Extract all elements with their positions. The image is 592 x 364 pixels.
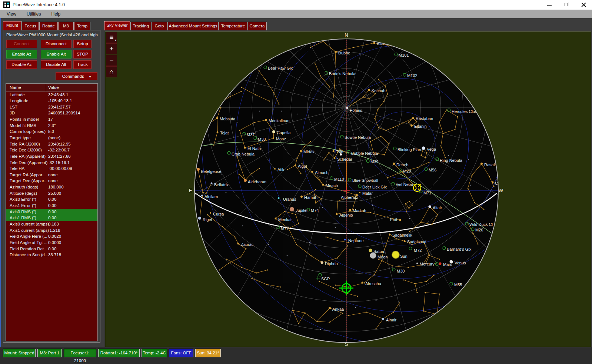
row-name: Field Angle at Tgt ... [10,240,47,245]
table-row[interactable]: Field Rotation Rat...0.00 [6,246,97,252]
minimize-button[interactable] [541,0,558,10]
dso-label: Veil Nebu [396,182,413,187]
table-row[interactable]: Axis1 current (amps)-1.218 [6,227,97,234]
constellation-star-dot [472,233,473,234]
disable-alt-button[interactable]: Disable Alt [41,60,71,69]
menu-help[interactable]: Help [47,10,64,18]
cardinal-w: W [499,188,503,193]
constellation-star-dot [234,236,235,237]
tab-goto[interactable]: Goto [152,22,167,30]
track-button[interactable]: Track [73,60,92,69]
layers-menu-button[interactable]: ≡▾ [106,32,117,43]
table-row[interactable]: Latitude32:46:48.1 [6,92,97,98]
enable-alt-button[interactable]: Enable Alt [41,50,71,59]
table-row[interactable]: LST23:41:27.57 [6,104,97,110]
tab-temp[interactable]: Temp [74,22,90,30]
row-value: 23:41:27.57 [48,105,71,109]
chevron-down-icon: ▾ [89,75,91,79]
table-row[interactable]: Tele Dec (Apparent)-32:15:19.1 [6,160,97,166]
table-row[interactable]: Target Dec (Appar...none [6,178,97,184]
star-label: Rigel [203,217,212,222]
constellation-star-dot [467,187,468,188]
table-row[interactable]: Axis1 Error (")0.00 [6,203,97,209]
table-row[interactable]: Axis1 RMS (")0.00 [6,215,97,221]
status-fans[interactable]: Fans: OFF [169,349,193,357]
sky-map[interactable]: M101M102Bear Paw GlxBode's NebulaBowtie … [105,31,591,347]
table-row[interactable]: Tele RA (Apparent)23:41:27.66 [6,153,97,160]
table-row[interactable]: Field Angle Here (...0.0020 [6,234,97,240]
restore-button[interactable] [558,0,575,10]
constellation-star-dot [412,204,413,206]
table-row[interactable]: JD2460351.390914 [6,110,97,117]
status-rotator1[interactable]: Rotator1: -164.710° [98,349,140,357]
commands-dropdown[interactable]: Commands▾ [56,72,97,80]
menu-view[interactable]: View [3,10,20,18]
disable-az-button[interactable]: Disable Az [6,60,37,69]
table-row[interactable]: Axis0 Error (")0.00 [6,197,97,203]
dso-label: Wild Duck Cl [469,222,493,227]
row-value: (none) [48,136,60,140]
row-value: 23:40:12.95 [48,142,71,146]
tab-camera[interactable]: Camera [247,22,267,30]
tab-rotate[interactable]: Rotate [39,22,58,30]
dso-label: Deer Lick Glx [362,185,387,189]
tab-advanced-mount-settings[interactable]: Advanced Mount Settings [167,22,219,30]
table-row[interactable]: Altitude (degs)25.000 [6,190,97,197]
statusbar: Mount: StoppedM3: Port 1Focuser1: 21000R… [0,347,592,364]
status-focuser1[interactable]: Focuser1: 21000 [64,349,96,357]
constellation-star-dot [433,275,434,276]
table-row[interactable]: Model fit RMS2.3" [6,123,97,129]
tab-focus[interactable]: Focus [22,22,39,30]
dso-label: Hercules Clus [452,109,477,114]
constellation-star-dot [403,279,404,280]
tab-m3[interactable]: M3 [58,22,74,30]
table-row[interactable]: Points in model17 [6,117,97,123]
faint-star [455,200,456,201]
table-row[interactable]: Axis0 RMS (")0.00 [6,209,97,215]
close-button[interactable] [575,0,592,10]
row-name: JD [10,111,15,115]
table-row[interactable]: Target type(none) [6,135,97,141]
table-row[interactable]: Longitude-105:49:13.1 [6,98,97,104]
zoom-in-button[interactable]: + [106,43,117,54]
status-m3[interactable]: M3: Port 1 [37,349,62,357]
disconnect-button[interactable]: Disconnect [41,40,71,48]
table-row[interactable]: Comm loop (msec)5.0 [6,129,97,135]
star-dot [295,165,296,167]
constellation-star-dot [229,96,230,97]
status-sun[interactable]: Sun: 34.21° [195,349,221,357]
table-row[interactable]: Tele Dec (J2000)-32:23:06.7 [6,147,97,154]
table-row[interactable]: Field Angle at Tgt ...0.0000 [6,240,97,246]
setup-button[interactable]: Setup [73,40,92,48]
connect-button[interactable]: Connect [6,40,37,48]
constellation-star-dot [320,75,321,76]
tab-temperature[interactable]: Temperature [219,22,247,30]
venus-label: Venus [455,261,466,265]
status-mount[interactable]: Mount: Stopped [3,349,36,357]
status-temp[interactable]: Temp: -2.4C [142,349,167,357]
row-value: 0.00 [48,203,56,208]
menu-utilities[interactable]: Utilities [23,10,45,18]
stop-button[interactable]: STOP [73,50,92,59]
constellation-star-dot [378,79,379,80]
star-dot [336,213,338,215]
constellation-star-dot [437,214,438,215]
constellation-star-dot [489,176,490,177]
table-row[interactable]: Azimuth (degs)180.000 [6,184,97,191]
constellation-star-dot [426,152,427,153]
table-row[interactable]: Target RA (Appar...none [6,172,97,178]
table-row[interactable]: Axis0 current (amps)0.183 [6,221,97,227]
constellation-star-dot [240,256,241,257]
constellation-star-dot [384,154,385,155]
table-row[interactable]: Tele RA (J2000)23:40:12.95 [6,141,97,147]
enable-az-button[interactable]: Enable Az [6,50,37,59]
tab-sky-viewer[interactable]: Sky Viewer [104,21,130,30]
constellation-star-dot [392,265,393,266]
table-row[interactable]: Tele HA-00:00:00.09 [6,166,97,172]
constellation-star-dot [273,92,274,93]
tab-tracking[interactable]: Tracking [130,22,151,30]
tab-mount[interactable]: Mount [3,21,21,30]
zoom-out-button[interactable]: − [106,55,117,66]
table-row[interactable]: Distance to Sun (d...33.718 [6,252,97,258]
home-button[interactable]: ⌂ [106,66,117,77]
